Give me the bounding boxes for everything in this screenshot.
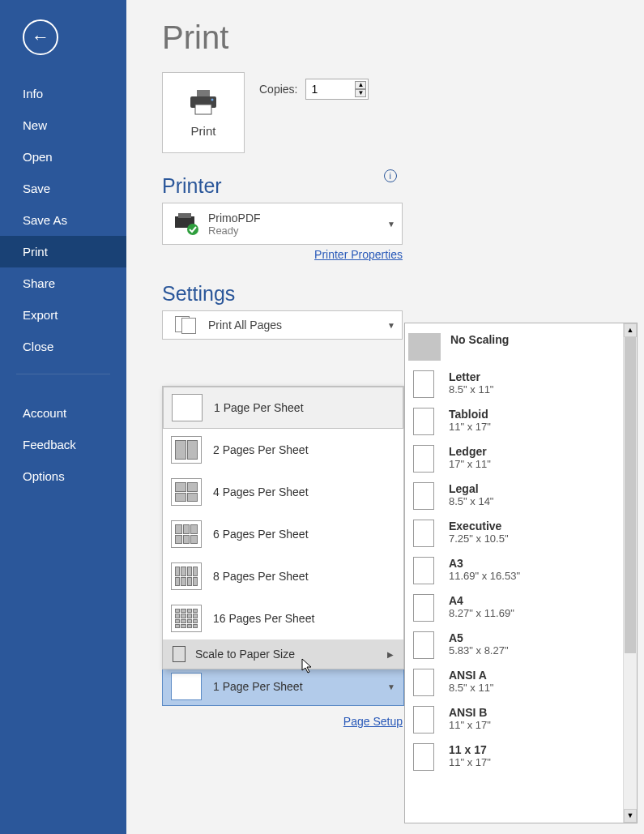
pps-option[interactable]: 1 Page Per Sheet xyxy=(163,387,403,429)
paper-swatch-icon xyxy=(413,482,434,510)
settings-heading: Settings xyxy=(162,282,644,306)
paper-size-option[interactable]: No Scaling xyxy=(405,328,623,366)
pps-option-label: 16 Pages Per Sheet xyxy=(213,612,314,625)
scroll-up-button[interactable]: ▲ xyxy=(624,323,637,337)
paper-size-dimensions: 11" x 17" xyxy=(449,756,491,768)
copies-up-button[interactable]: ▲ xyxy=(355,81,366,89)
printer-heading: Printer xyxy=(162,174,222,198)
paper-size-dimensions: 17" x 11" xyxy=(449,458,491,470)
page-title: Print xyxy=(162,19,644,56)
scale-to-paper-size[interactable]: Scale to Paper Size▶ xyxy=(163,639,403,669)
pps-option[interactable]: 16 Pages Per Sheet xyxy=(163,597,403,639)
nav-item-new[interactable]: New xyxy=(0,109,126,141)
svg-point-3 xyxy=(211,98,214,101)
paper-size-option[interactable]: Executive7.25" x 10.5" xyxy=(405,515,623,552)
printer-dropdown[interactable]: PrimoPDF Ready ▼ xyxy=(162,203,403,245)
paper-size-option[interactable]: A55.83" x 8.27" xyxy=(405,627,623,664)
nav-item-export[interactable]: Export xyxy=(0,299,126,331)
nav-item-open[interactable]: Open xyxy=(0,141,126,173)
svg-point-6 xyxy=(187,224,198,235)
paper-size-title: Legal xyxy=(449,482,494,495)
paper-swatch-icon xyxy=(413,370,434,398)
pages-icon xyxy=(169,312,203,338)
chevron-down-icon: ▼ xyxy=(387,321,395,330)
paper-size-dimensions: 8.27" x 11.69" xyxy=(449,607,514,619)
copies-input[interactable]: 1 ▲ ▼ xyxy=(305,79,369,100)
printer-ready-icon xyxy=(169,211,203,237)
paper-swatch-icon xyxy=(413,669,434,696)
nav-item-save[interactable]: Save xyxy=(0,173,126,204)
paper-size-dimensions: 5.83" x 8.27" xyxy=(449,644,509,657)
flyout-scrollbar[interactable]: ▲ ▼ xyxy=(623,323,637,823)
printer-icon xyxy=(185,88,222,116)
nav-item-save-as[interactable]: Save As xyxy=(0,204,126,236)
paper-size-title: A3 xyxy=(449,557,520,570)
print-button[interactable]: Print xyxy=(162,72,245,153)
paper-size-title: ANSI B xyxy=(449,706,491,719)
printer-name: PrimoPDF xyxy=(208,212,387,225)
paper-size-title: ANSI A xyxy=(449,669,494,682)
paper-swatch-icon xyxy=(413,520,434,547)
nav-item-options[interactable]: Options xyxy=(0,460,126,492)
arrow-left-icon: ← xyxy=(32,27,49,48)
nav-item-share[interactable]: Share xyxy=(0,267,126,299)
paper-size-option[interactable]: Tabloid11" x 17" xyxy=(405,403,623,440)
paper-size-option[interactable]: A311.69" x 16.53" xyxy=(405,552,623,589)
nav-divider xyxy=(16,374,110,374)
pps-option[interactable]: 2 Pages Per Sheet xyxy=(163,429,403,471)
paper-size-title: Tabloid xyxy=(449,408,491,421)
copies-down-button[interactable]: ▼ xyxy=(355,89,366,97)
scale-to-paper-label: Scale to Paper Size xyxy=(195,648,295,661)
pps-option-label: 8 Pages Per Sheet xyxy=(213,570,309,583)
scroll-thumb[interactable] xyxy=(625,337,636,653)
paper-size-option[interactable]: ANSI A8.5" x 11" xyxy=(405,664,623,701)
pps-option[interactable]: 4 Pages Per Sheet xyxy=(163,471,403,513)
paper-size-dimensions: 8.5" x 11" xyxy=(449,682,494,694)
printer-properties-link[interactable]: Printer Properties xyxy=(162,248,403,261)
svg-rect-2 xyxy=(195,105,211,114)
paper-size-dimensions: 8.5" x 14" xyxy=(449,495,494,507)
paper-size-option[interactable]: Ledger17" x 11" xyxy=(405,440,623,477)
nav-item-close[interactable]: Close xyxy=(0,331,126,362)
nav-item-feedback[interactable]: Feedback xyxy=(0,429,126,460)
paper-size-title: Executive xyxy=(449,520,509,532)
print-what-dropdown[interactable]: Print All Pages ▼ xyxy=(162,310,403,340)
nav-item-print[interactable]: Print xyxy=(0,236,126,267)
chevron-down-icon: ▼ xyxy=(387,682,395,691)
page-icon xyxy=(171,673,202,700)
paper-size-title: 11 x 17 xyxy=(449,743,491,756)
paper-size-dimensions: 11" x 17" xyxy=(449,719,491,731)
paper-size-title: Ledger xyxy=(449,445,491,458)
pages-per-sheet-dropdown[interactable]: 1 Page Per Sheet ▼ xyxy=(162,667,404,706)
nav-item-info[interactable]: Info xyxy=(0,78,126,109)
paper-size-option[interactable]: Letter8.5" x 11" xyxy=(405,366,623,403)
paper-swatch-icon xyxy=(413,594,434,622)
backstage-sidebar: ← InfoNewOpenSaveSave AsPrintShareExport… xyxy=(0,0,126,834)
paper-size-option[interactable]: ANSI B11" x 17" xyxy=(405,701,623,738)
print-button-label: Print xyxy=(191,124,216,138)
paper-size-dimensions: 7.25" x 10.5" xyxy=(449,532,509,545)
copies-label: Copies: xyxy=(259,83,297,96)
info-icon[interactable]: i xyxy=(384,169,397,182)
pps-option[interactable]: 6 Pages Per Sheet xyxy=(163,513,403,555)
paper-size-option[interactable]: 11 x 1711" x 17" xyxy=(405,738,623,776)
paper-size-option[interactable]: Legal8.5" x 14" xyxy=(405,477,623,515)
paper-size-title: Letter xyxy=(449,370,494,383)
scroll-down-button[interactable]: ▼ xyxy=(624,809,637,823)
chevron-down-icon: ▼ xyxy=(387,220,395,229)
paper-size-title: No Scaling xyxy=(450,333,509,346)
pps-grid-icon xyxy=(171,436,202,464)
nav-item-account[interactable]: Account xyxy=(0,397,126,429)
chevron-right-icon: ▶ xyxy=(387,650,394,659)
pps-option[interactable]: 8 Pages Per Sheet xyxy=(163,555,403,597)
page-setup-link[interactable]: Page Setup xyxy=(162,715,403,728)
back-button[interactable]: ← xyxy=(23,19,58,55)
svg-rect-0 xyxy=(197,90,210,96)
paper-swatch-icon xyxy=(408,333,441,361)
pps-option-label: 1 Page Per Sheet xyxy=(214,401,304,414)
printer-status: Ready xyxy=(208,225,387,237)
pages-per-sheet-current-label: 1 Page Per Sheet xyxy=(213,680,303,693)
pps-grid-icon xyxy=(171,562,202,590)
paper-size-option[interactable]: A48.27" x 11.69" xyxy=(405,589,623,627)
paper-swatch-icon xyxy=(413,445,434,473)
